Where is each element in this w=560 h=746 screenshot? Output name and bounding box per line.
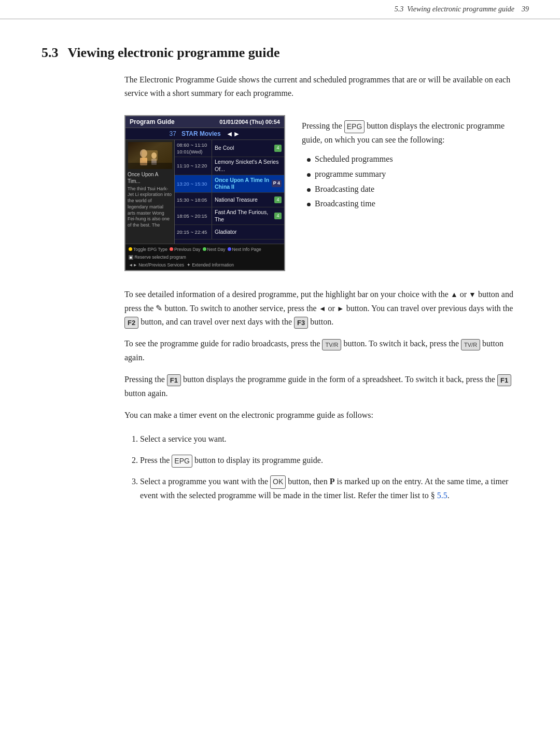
f3-key: F3 — [294, 317, 308, 329]
epg-footer: Toggle EPG Type Previous Day Next Day Ne… — [125, 244, 284, 271]
f2-key: F2 — [124, 317, 138, 329]
epg-schedule-row: 18:05 ~ 20:15 Fast And The Furious, The … — [175, 207, 284, 225]
epg-key-2: EPG — [172, 455, 192, 468]
epg-screenshot: Program Guide 01/01/2004 (Thu) 00:54 37 … — [124, 115, 285, 272]
figure-and-bullets: Program Guide 01/01/2004 (Thu) 00:54 37 … — [124, 115, 519, 272]
epg-topbar: Program Guide 01/01/2004 (Thu) 00:54 — [125, 116, 284, 128]
page-header-text: 5.3 Viewing electronic programme guide 3… — [395, 5, 529, 13]
tv-r-key-1: TV/R — [322, 339, 341, 350]
epg-time: 11:10 ~ 12:20 — [175, 157, 212, 174]
ok-key: OK — [270, 475, 286, 488]
bullet-item-summary: programme summary — [307, 167, 519, 182]
ordered-list-item-3: Select a programme you want with the OK … — [140, 475, 519, 502]
bullet-item-date: Broadcasting date — [307, 182, 519, 197]
bullet-dot — [307, 188, 311, 192]
f1-key-2: F1 — [497, 374, 511, 386]
paragraph-3: Pressing the F1 button displays the prog… — [124, 373, 519, 400]
bullet-item-time: Broadcasting time — [307, 196, 519, 212]
section-number: 5.3 — [41, 45, 59, 60]
epg-program: Be Cool 4 — [212, 140, 284, 157]
svg-point-1 — [140, 149, 147, 158]
ordered-list-item-2: Press the EPG button to display its prog… — [140, 454, 519, 468]
epg-badge: 4 — [274, 213, 282, 220]
epg-datetime: 01/01/2004 (Thu) 00:54 — [219, 119, 280, 125]
bullet-item-scheduled: Scheduled programmes — [307, 152, 519, 167]
epg-schedule-row: 08:60 ~ 11:1010:01(Wed) Be Cool 4 — [175, 140, 284, 158]
page-content: 5.3Viewing electronic programme guide Th… — [0, 19, 560, 541]
left-arrow: ◄ — [319, 305, 326, 313]
epg-thumb-title: Once Upon A Tim... — [128, 171, 172, 185]
epg-badge-p: P 4 — [272, 180, 282, 187]
epg-channel-bar: 37 STAR Movies ◄► — [125, 128, 284, 140]
epg-title: Program Guide — [130, 118, 175, 125]
bullet-dot — [307, 203, 311, 206]
epg-time: 13:20 ~ 15:30 — [175, 175, 212, 192]
page-header: 5.3 Viewing electronic programme guide 3… — [0, 0, 560, 19]
epg-thumbnail: Once Upon A Tim... The third Tsui Hark-J… — [125, 140, 175, 244]
intro-text: The Electronic Programme Guide shows the… — [124, 73, 519, 101]
bullet-list: Scheduled programmes programme summary B… — [302, 152, 519, 212]
epg-schedule-row: 11:10 ~ 12:20 Lemony Snicket's A Series … — [175, 157, 284, 175]
dot-green — [203, 247, 206, 251]
epg-badge: 4 — [274, 196, 282, 204]
epg-schedule: 08:60 ~ 11:1010:01(Wed) Be Cool 4 11:10 … — [175, 140, 284, 244]
body-text-1: To see detailed information of a desired… — [124, 288, 519, 422]
epg-footer-line3: ◄► Next/Previous Services ✦ Extended Inf… — [129, 262, 281, 269]
section-link-5-5[interactable]: 5.5 — [437, 491, 447, 500]
f1-key-1: F1 — [167, 374, 181, 386]
epg-thumbnail-image — [128, 142, 172, 169]
bullet-dot — [307, 173, 311, 177]
epg-program: National Treasure 4 — [212, 193, 284, 207]
epg-time: 20:15 ~ 22:45 — [175, 225, 212, 239]
dot-red — [170, 247, 173, 251]
epg-footer-line2: ■ Reserve selected program — [129, 254, 281, 261]
right-arrow: ► — [337, 305, 344, 313]
pencil-icon: ✎ — [156, 304, 162, 313]
epg-time: 15:30 ~ 18:05 — [175, 193, 212, 207]
paragraph-1: To see detailed information of a desired… — [124, 288, 519, 329]
epg-thumb-desc: The third Tsui Hark-Jet Li exploration i… — [128, 186, 172, 229]
paragraph-4: You can make a timer event on the electr… — [124, 409, 519, 422]
dot-blue — [228, 247, 231, 251]
epg-nav-arrows: ◄► — [226, 130, 241, 138]
epg-program: Gladiator — [212, 225, 284, 239]
epg-time: 08:60 ~ 11:1010:01(Wed) — [175, 140, 212, 157]
svg-point-3 — [151, 152, 157, 159]
epg-footer-row: Toggle EPG Type Previous Day Next Day Ne… — [129, 246, 281, 253]
epg-channel-number: 37 — [170, 130, 176, 137]
epg-schedule-row-highlighted: 13:20 ~ 15:30 Once Upon A Time In China … — [175, 175, 284, 193]
epg-time: 18:05 ~ 20:15 — [175, 207, 212, 224]
epg-program: Once Upon A Time In China II P 4 — [212, 175, 284, 192]
down-arrow: ▼ — [469, 291, 476, 299]
bullet-dot — [307, 158, 311, 162]
up-arrow: ▲ — [451, 291, 458, 299]
paragraph-2: To see the programme guide for radio bro… — [124, 337, 519, 364]
dot-yellow — [129, 247, 132, 251]
epg-channel-name: STAR Movies — [181, 130, 221, 137]
ordered-list: Select a service you want. Press the EPG… — [124, 432, 519, 502]
epg-schedule-row: 20:15 ~ 22:45 Gladiator — [175, 225, 284, 240]
p-bold: P — [330, 477, 335, 486]
epg-badge: 4 — [274, 145, 282, 152]
epg-program: Lemony Snicket's A Series Of... — [212, 157, 284, 174]
bullets-side: Pressing the EPG button displays the ele… — [302, 115, 519, 212]
epg-schedule-row: 15:30 ~ 18:05 National Treasure 4 — [175, 193, 284, 207]
bullets-intro: Pressing the EPG button displays the ele… — [302, 119, 519, 147]
epg-program: Fast And The Furious, The 4 — [212, 207, 284, 224]
ordered-list-item-1: Select a service you want. — [140, 432, 519, 446]
section-heading: 5.3Viewing electronic programme guide — [41, 45, 519, 61]
svg-rect-5 — [128, 163, 172, 169]
epg-key: EPG — [344, 120, 365, 133]
epg-main: Once Upon A Tim... The third Tsui Hark-J… — [125, 140, 284, 244]
tv-r-key-2: TV/R — [461, 339, 480, 350]
